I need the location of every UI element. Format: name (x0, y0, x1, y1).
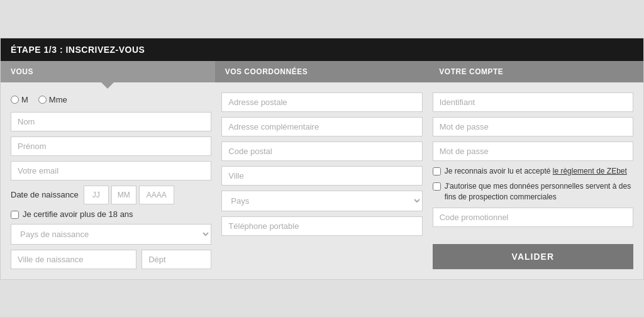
terms2-text: J'autorise que mes données personnelles … (445, 181, 633, 203)
dob-inputs (84, 186, 174, 204)
dob-label: Date de naissance (11, 190, 79, 199)
terms1-link[interactable]: le règlement de ZEbet (553, 167, 627, 175)
ville-input[interactable] (221, 166, 422, 186)
telephone-input[interactable] (221, 216, 422, 236)
code-postal-input[interactable] (221, 142, 422, 161)
nom-input[interactable] (11, 112, 211, 131)
col-vous: M Mme Date de naissance (11, 92, 211, 269)
pays-naissance-select[interactable]: Pays de naissance (11, 224, 211, 245)
email-input[interactable] (11, 161, 211, 181)
radio-m[interactable] (11, 96, 19, 104)
adresse-input[interactable] (221, 92, 422, 112)
form-area: M Mme Date de naissance (1, 82, 643, 279)
dept-input[interactable] (142, 250, 211, 269)
certify-label[interactable]: Je certifie avoir plus de 18 ans (11, 209, 211, 219)
adresse-comp-input[interactable] (221, 117, 422, 136)
step-compte: VOTRE COMPTE (429, 61, 643, 82)
validate-button[interactable]: VALIDER (433, 244, 633, 269)
terms1-text: Je reconnais avoir lu et accepté le règl… (445, 166, 627, 177)
gender-radio-group: M Mme (11, 92, 211, 107)
radio-mme[interactable] (38, 96, 47, 104)
dob-row: Date de naissance (11, 186, 211, 204)
terms2-checkbox[interactable] (433, 182, 441, 191)
terms2-label[interactable]: J'autorise que mes données personnelles … (433, 181, 633, 203)
terms1-checkbox[interactable] (433, 167, 441, 175)
birth-row (11, 250, 211, 269)
pays-select[interactable]: Pays (221, 191, 422, 211)
identifiant-input[interactable] (433, 92, 633, 112)
step-bar: VOUS VOS COORDONNÉES VOTRE COMPTE (1, 61, 643, 82)
radio-mme-label[interactable]: Mme (38, 95, 67, 104)
dob-dd[interactable] (84, 186, 109, 204)
radio-m-label[interactable]: M (11, 95, 28, 104)
mot-de-passe-input[interactable] (433, 117, 633, 136)
step-coordonnees: VOS COORDONNÉES (215, 61, 430, 82)
terms1-label[interactable]: Je reconnais avoir lu et accepté le règl… (433, 166, 633, 177)
certify-checkbox[interactable] (11, 211, 19, 219)
step-vous: VOUS (1, 61, 215, 82)
mot-de-passe2-input[interactable] (433, 142, 633, 161)
dob-yyyy[interactable] (139, 186, 174, 204)
header-title: ÉTAPE 1/3 : INSCRIVEZ-VOUS (11, 45, 145, 55)
page-header: ÉTAPE 1/3 : INSCRIVEZ-VOUS (1, 38, 643, 61)
col-compte: Je reconnais avoir lu et accepté le règl… (433, 92, 633, 269)
dob-mm[interactable] (111, 186, 136, 204)
promo-input[interactable] (433, 208, 633, 227)
prenom-input[interactable] (11, 136, 211, 156)
col-coordonnees: Pays (221, 92, 422, 269)
ville-naissance-input[interactable] (11, 250, 136, 269)
